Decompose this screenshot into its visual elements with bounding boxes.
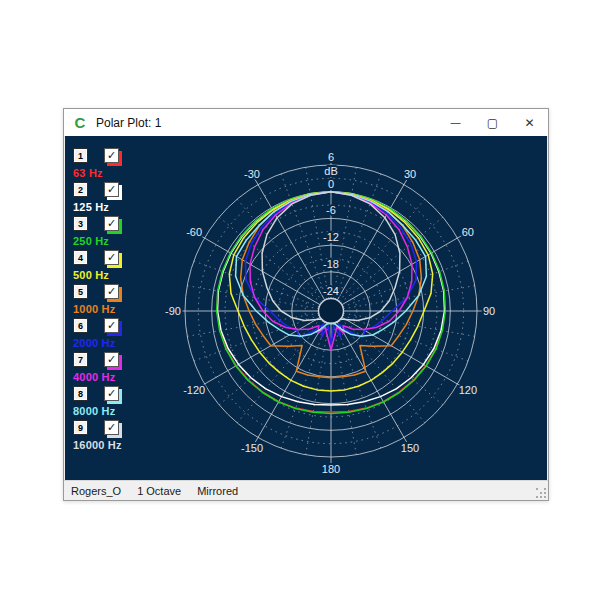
window-controls: — ▢ ✕: [437, 109, 548, 136]
legend-item-2000hz: 6✓2000 Hz: [73, 318, 122, 352]
clio-logo-icon: C: [72, 115, 88, 131]
legend-frequency-label: 8000 Hz: [73, 405, 122, 417]
legend-item-1000hz: 5✓1000 Hz: [73, 284, 122, 318]
curve-visibility-checkbox-7[interactable]: ✓: [104, 352, 119, 367]
grid-spoke-major: [337, 322, 407, 444]
legend-frequency-label: 63 Hz: [73, 167, 122, 179]
radial-tick-label: -6: [326, 204, 336, 216]
legend-frequency-label: 1000 Hz: [73, 303, 122, 315]
legend-item-250hz: 3✓250 Hz: [73, 216, 122, 250]
curve-number-button-9[interactable]: 9: [73, 420, 88, 435]
curve-visibility-checkbox-3[interactable]: ✓: [104, 216, 119, 231]
legend-frequency-label: 2000 Hz: [73, 337, 122, 349]
legend-frequency-label: 250 Hz: [73, 235, 122, 247]
radial-tick-label: 0: [328, 178, 334, 190]
angle-label: 180: [322, 463, 340, 475]
radial-tick-label: -18: [323, 258, 339, 270]
legend-item-8000hz: 8✓8000 Hz: [73, 386, 122, 420]
curve-number-button-4[interactable]: 4: [73, 250, 88, 265]
legend-item-16000hz: 9✓16000 Hz: [73, 420, 122, 454]
radial-tick-label: -12: [323, 231, 339, 243]
angle-label: -60: [186, 226, 202, 238]
radial-tick-label: -24: [323, 285, 339, 297]
curve-visibility-checkbox-5[interactable]: ✓: [104, 284, 119, 299]
legend-frequency-label: 4000 Hz: [73, 371, 122, 383]
titlebar[interactable]: C Polar Plot: 1 — ▢ ✕: [64, 109, 548, 137]
curve-visibility-checkbox-6[interactable]: ✓: [104, 318, 119, 333]
status-measurement-name: Rogers_O: [71, 485, 121, 497]
minimize-button[interactable]: —: [437, 109, 474, 136]
legend-item-500hz: 4✓500 Hz: [73, 250, 122, 284]
angle-label: 120: [459, 384, 477, 396]
angle-label: -120: [183, 384, 205, 396]
resize-grip[interactable]: [536, 488, 546, 498]
statusbar: Rogers_O 1 Octave Mirrored: [64, 480, 548, 500]
maximize-button[interactable]: ▢: [474, 109, 511, 136]
grid-spoke-major: [342, 235, 464, 305]
angle-label: 30: [404, 168, 416, 180]
curve-number-button-6[interactable]: 6: [73, 318, 88, 333]
frequency-legend: 1✓63 Hz2✓125 Hz3✓250 Hz4✓500 Hz5✓1000 Hz…: [73, 148, 122, 454]
polar-chart: 60-6-12-18-24dB-3030-6060-9090-120120-15…: [65, 136, 547, 481]
curve-number-button-3[interactable]: 3: [73, 216, 88, 231]
grid-spoke-major: [198, 235, 320, 305]
status-mirrored: Mirrored: [197, 485, 238, 497]
angle-label: 90: [483, 305, 495, 317]
legend-item-4000hz: 7✓4000 Hz: [73, 352, 122, 386]
curve-visibility-checkbox-9[interactable]: ✓: [104, 420, 119, 435]
angle-label: -150: [241, 442, 263, 454]
angle-label: 60: [462, 226, 474, 238]
close-button[interactable]: ✕: [511, 109, 548, 136]
legend-frequency-label: 125 Hz: [73, 201, 122, 213]
window-title: Polar Plot: 1: [96, 116, 161, 130]
angle-label: 150: [401, 442, 419, 454]
radial-axis-unit-label: dB: [324, 165, 337, 177]
grid-spoke-major: [255, 322, 325, 444]
curve-visibility-checkbox-1[interactable]: ✓: [104, 148, 119, 163]
curve-visibility-checkbox-8[interactable]: ✓: [104, 386, 119, 401]
polar-plot-area: 60-6-12-18-24dB-3030-6060-9090-120120-15…: [65, 136, 547, 481]
legend-frequency-label: 16000 Hz: [73, 439, 122, 451]
curve-visibility-checkbox-2[interactable]: ✓: [104, 182, 119, 197]
curve-number-button-1[interactable]: 1: [73, 148, 88, 163]
angle-label: -90: [165, 305, 181, 317]
curve-number-button-5[interactable]: 5: [73, 284, 88, 299]
curve-visibility-checkbox-4[interactable]: ✓: [104, 250, 119, 265]
radial-tick-label: 6: [328, 151, 334, 163]
angle-label: -30: [244, 168, 260, 180]
legend-item-63hz: 1✓63 Hz: [73, 148, 122, 182]
polar-plot-window: C Polar Plot: 1 — ▢ ✕ 60-6-12-18-24dB-30…: [63, 108, 549, 501]
curve-number-button-7[interactable]: 7: [73, 352, 88, 367]
curve-number-button-2[interactable]: 2: [73, 182, 88, 197]
status-smoothing: 1 Octave: [137, 485, 181, 497]
curve-number-button-8[interactable]: 8: [73, 386, 88, 401]
legend-item-125hz: 2✓125 Hz: [73, 182, 122, 216]
legend-frequency-label: 500 Hz: [73, 269, 122, 281]
